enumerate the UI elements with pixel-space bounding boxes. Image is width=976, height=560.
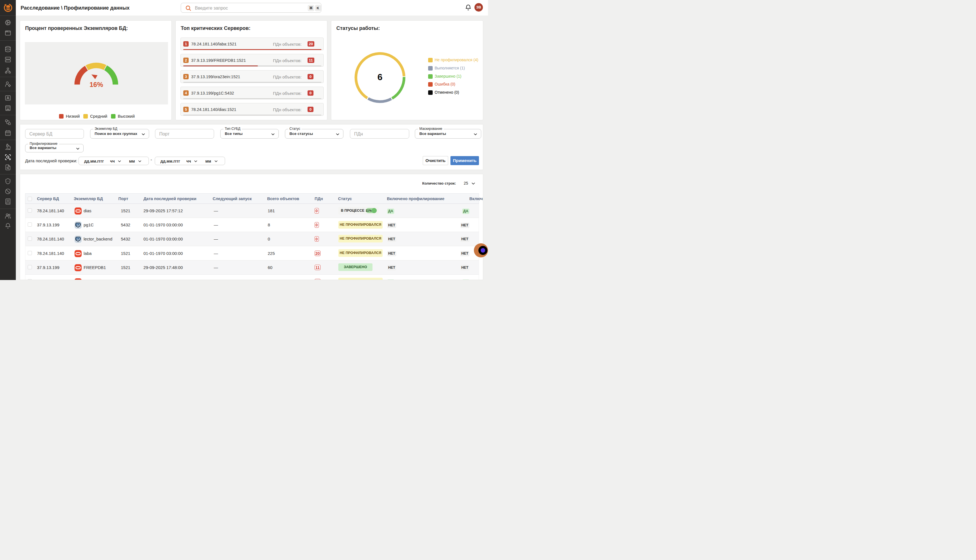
svg-text:6: 6	[377, 72, 383, 82]
svg-text:16%: 16%	[90, 81, 103, 88]
